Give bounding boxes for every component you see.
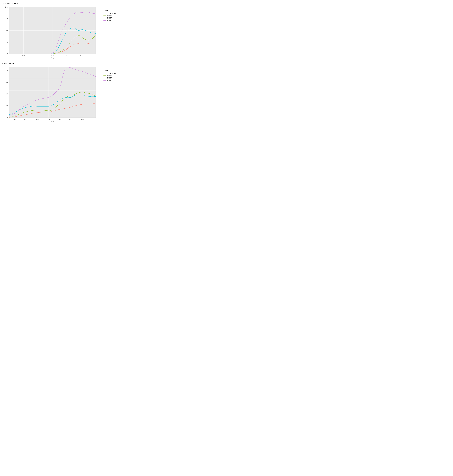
legend-label-simple-1: SIMPLE [107, 15, 112, 16]
svg-text:750: 750 [6, 18, 8, 20]
svg-text:400: 400 [6, 93, 8, 95]
young-coins-svg: 0 250 500 750 1000 2016 2017 2018 2019 2… [2, 6, 101, 59]
old-coins-legend: Series RESTRICTED SIMPLE 1 CENT TOTAL [102, 62, 118, 122]
svg-text:Year: Year [51, 121, 54, 122]
legend-label-restricted-1: RESTRICTED [107, 12, 116, 14]
legend-line-1cent-1 [104, 18, 106, 18]
legend-line-restricted-1 [104, 13, 106, 14]
svg-text:2015: 2015 [24, 118, 28, 120]
charts-container: YOUNG COINS 0 250 500 [2, 2, 118, 122]
svg-text:2019: 2019 [69, 118, 72, 120]
legend-label-1cent-1: 1 CENT [107, 17, 112, 19]
svg-text:200: 200 [6, 105, 8, 106]
legend-title-2: Series [104, 69, 118, 71]
svg-text:0: 0 [7, 53, 8, 55]
svg-text:600: 600 [6, 82, 8, 83]
legend-line-restricted-2 [104, 73, 106, 73]
svg-text:Year: Year [51, 57, 54, 59]
svg-text:2020: 2020 [81, 118, 84, 120]
svg-text:250: 250 [6, 41, 8, 43]
legend-item-total-1: TOTAL [104, 20, 118, 21]
legend-item-1cent-1: 1 CENT [104, 17, 118, 19]
svg-text:0: 0 [7, 117, 8, 118]
legend-line-total-1 [104, 20, 106, 21]
young-coins-title: YOUNG COINS [2, 2, 101, 5]
legend-label-simple-2: SIMPLE [107, 75, 112, 76]
legend-item-simple-1: SIMPLE [104, 15, 118, 16]
svg-text:2017: 2017 [47, 118, 50, 120]
svg-text:2017: 2017 [36, 55, 40, 56]
svg-text:2019: 2019 [65, 55, 69, 56]
old-coins-title: OLD COINS [2, 62, 101, 65]
legend-line-simple-2 [104, 76, 106, 76]
legend-item-simple-2: SIMPLE [104, 75, 118, 76]
legend-line-1cent-2 [104, 78, 106, 78]
old-coins-svg: 0 200 400 600 800 2014 2015 2016 2017 20… [2, 66, 101, 122]
svg-text:2018: 2018 [51, 55, 54, 56]
legend-item-restricted-1: RESTRICTED [104, 12, 118, 14]
svg-text:2016: 2016 [22, 55, 25, 56]
legend-item-1cent-2: 1 CENT [104, 77, 118, 79]
young-coins-legend: Series RESTRICTED SIMPLE 1 CENT TOTAL [102, 2, 118, 59]
legend-label-restricted-2: RESTRICTED [107, 72, 116, 74]
svg-text:2018: 2018 [58, 118, 61, 120]
legend-label-total-1: TOTAL [107, 20, 112, 21]
legend-label-total-2: TOTAL [107, 80, 112, 81]
young-coins-section: YOUNG COINS 0 250 500 [2, 2, 118, 59]
young-coins-chart-area: YOUNG COINS 0 250 500 [2, 2, 101, 59]
legend-title-1: Series [104, 10, 118, 11]
legend-item-restricted-2: RESTRICTED [104, 72, 118, 74]
svg-text:2020: 2020 [80, 55, 83, 56]
legend-line-simple-1 [104, 15, 106, 16]
svg-text:2014: 2014 [13, 118, 16, 120]
legend-label-1cent-2: 1 CENT [107, 77, 112, 79]
svg-text:500: 500 [6, 30, 8, 31]
svg-text:2016: 2016 [35, 118, 39, 120]
svg-text:1000: 1000 [5, 6, 8, 8]
old-coins-chart-area: OLD COINS 0 [2, 62, 101, 122]
legend-line-total-2 [104, 80, 106, 81]
svg-text:800: 800 [6, 70, 8, 71]
legend-item-total-2: TOTAL [104, 80, 118, 81]
old-coins-section: OLD COINS 0 [2, 62, 118, 122]
